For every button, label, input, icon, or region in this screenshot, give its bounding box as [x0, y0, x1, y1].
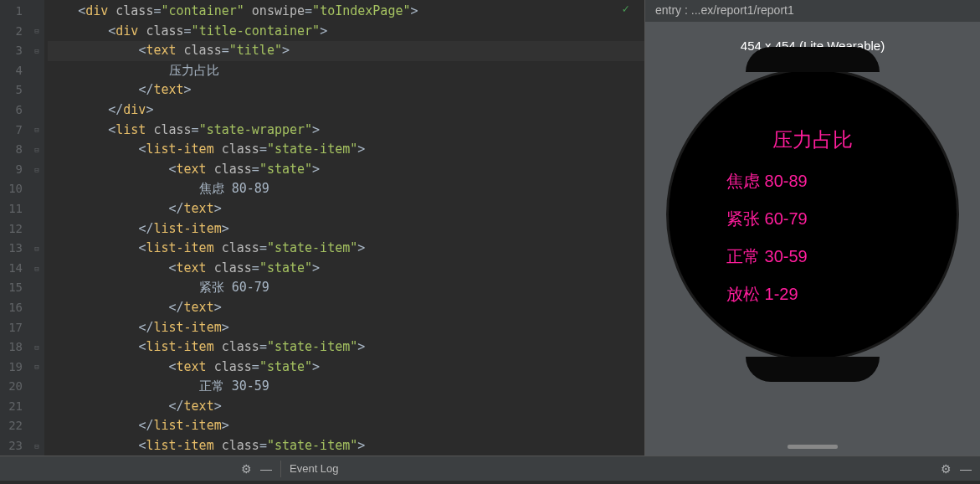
watch-title: 压力占比	[683, 126, 942, 153]
minimize-icon[interactable]: —	[960, 462, 972, 476]
status-bar: ⚙ — Event Log ⚙ —	[0, 456, 980, 481]
preview-canvas[interactable]: 454 x 454 (Lite Wearable) 压力占比 焦虑 80-89 …	[645, 22, 980, 456]
watch-lug-top	[746, 47, 880, 72]
preview-pane: entry : ...ex/report1/report1 454 x 454 …	[644, 0, 980, 456]
gear-icon[interactable]: ⚙	[941, 462, 952, 476]
watch-lug-bottom	[746, 357, 880, 382]
event-log-button[interactable]: Event Log	[281, 462, 339, 475]
truncated-notice	[0, 481, 980, 484]
watch-screen[interactable]: 压力占比 焦虑 80-89 紧张 60-79 正常 30-59 放松 1-29	[683, 85, 942, 344]
gear-icon[interactable]: ⚙	[241, 462, 252, 476]
preview-breadcrumb: entry : ...ex/report1/report1	[645, 0, 980, 22]
code-editor[interactable]: 123456789101112131415161718192021222324 …	[0, 0, 644, 456]
watch-state-item: 放松 1-29	[726, 283, 798, 306]
line-gutter: 123456789101112131415161718192021222324	[0, 0, 29, 456]
code-content[interactable]: <div class="container" onswipe="toIndexP…	[44, 0, 644, 456]
minimize-icon[interactable]: —	[260, 462, 272, 476]
fold-column[interactable]: ⊟⊟⊟⊟⊟⊟⊟⊟⊟⊟⊟	[29, 0, 44, 456]
watch-frame: 压力占比 焦虑 80-89 紧张 60-79 正常 30-59 放松 1-29	[666, 68, 959, 361]
watch-state-item: 正常 30-59	[726, 245, 808, 268]
watch-state-item: 焦虑 80-89	[726, 170, 808, 193]
watch-state-item: 紧张 60-79	[726, 208, 808, 230]
preview-scrollbar[interactable]	[788, 445, 838, 449]
check-icon: ✓	[623, 2, 629, 15]
